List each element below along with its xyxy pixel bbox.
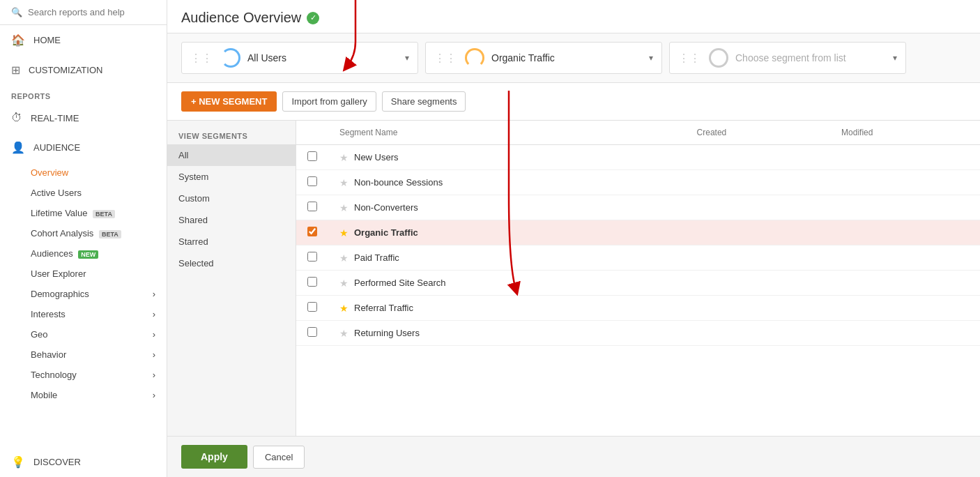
cancel-button[interactable]: Cancel (253, 446, 305, 469)
sidebar-item-discover[interactable]: 💡 DISCOVER (0, 447, 167, 477)
row-modified-performed-site-search (830, 271, 980, 296)
seg-nav-custom[interactable]: Custom (167, 188, 296, 209)
table-row: ★Non-bounce Sessions (296, 170, 980, 195)
row-label-non-converters: Non-Converters (354, 202, 418, 213)
drag-handle-2: ⋮⋮ (434, 52, 457, 65)
row-created-organic-traffic (686, 220, 831, 245)
row-checkbox-referral-traffic[interactable] (307, 302, 317, 312)
table-row: ★New Users (296, 145, 980, 170)
sidebar-expandable-behavior[interactable]: Behavior › (0, 344, 167, 365)
row-created-new-users (686, 145, 831, 170)
search-icon: 🔍 (11, 7, 22, 17)
bottom-bar: Apply Cancel (167, 436, 980, 477)
sidebar-expandable-demographics[interactable]: Demographics › (0, 284, 167, 304)
chevron-right-icon: › (153, 289, 155, 299)
star-icon-non-bounce[interactable]: ★ (339, 177, 349, 188)
segment-icon-2 (465, 48, 484, 68)
row-checkbox-non-bounce[interactable] (307, 176, 317, 186)
sidebar-item-audience[interactable]: 👤 AUDIENCE (0, 132, 167, 162)
row-modified-referral-traffic (830, 296, 980, 321)
search-bar[interactable]: 🔍 Search reports and help (0, 0, 167, 25)
row-modified-non-converters (830, 195, 980, 220)
seg-nav-selected-label: Selected (178, 258, 214, 268)
lifetime-value-label: Lifetime Value (31, 208, 87, 218)
drag-handle-3: ⋮⋮ (678, 52, 700, 65)
sidebar-item-customization[interactable]: ⊞ CUSTOMIZATION (0, 55, 167, 85)
segment-list-nav: VIEW SEGMENTS All System Custom Shared S… (167, 121, 296, 436)
row-checkbox-performed-site-search[interactable] (307, 277, 317, 287)
segment-label-1: All Users (247, 52, 398, 63)
col-modified: Modified (830, 121, 980, 145)
row-modified-returning-users (830, 321, 980, 346)
page-title: Audience Overview ✓ (181, 10, 966, 26)
import-from-gallery-button[interactable]: Import from gallery (282, 91, 376, 112)
segment-selector-1[interactable]: ⋮⋮ All Users ▾ (181, 42, 418, 74)
row-created-paid-traffic (686, 245, 831, 271)
sidebar-sub-item-audiences[interactable]: Audiences NEW (0, 243, 167, 264)
row-label-referral-traffic: Referral Traffic (354, 303, 413, 313)
main-content: Audience Overview ✓ ⋮⋮ All Users ▾ ⋮⋮ Or… (167, 0, 980, 477)
sidebar-sub-item-lifetime-value[interactable]: Lifetime Value BETA (0, 203, 167, 223)
star-icon-organic-traffic[interactable]: ★ (339, 227, 349, 238)
segment-selector-2[interactable]: ⋮⋮ Organic Traffic ▾ (425, 42, 662, 74)
sidebar-sub-item-user-explorer[interactable]: User Explorer (0, 264, 167, 284)
sidebar-expandable-technology[interactable]: Technology › (0, 365, 167, 385)
sidebar-expandable-mobile[interactable]: Mobile › (0, 385, 167, 405)
geo-label: Geo (31, 329, 48, 340)
table-row: ★Organic Traffic (296, 220, 980, 245)
row-checkbox-organic-traffic[interactable] (307, 227, 317, 236)
row-label-paid-traffic: Paid Traffic (354, 252, 399, 263)
row-label-new-users: New Users (354, 152, 399, 162)
beta-badge-cohort: BETA (99, 230, 121, 238)
segment-table: Segment Name Created Modified ★New Users… (296, 121, 980, 346)
chevron-right-icon-interests: › (153, 309, 155, 319)
row-created-non-converters (686, 195, 831, 220)
row-label-organic-traffic[interactable]: Organic Traffic (354, 227, 418, 238)
star-icon-referral-traffic[interactable]: ★ (339, 303, 349, 314)
table-row: ★Performed Site Search (296, 271, 980, 296)
sidebar-expandable-geo[interactable]: Geo › (0, 324, 167, 344)
segment-selector-3[interactable]: ⋮⋮ Choose segment from list ▾ (669, 42, 906, 74)
sidebar-sub-item-active-users[interactable]: Active Users (0, 183, 167, 203)
behavior-label: Behavior (31, 349, 66, 360)
row-label-returning-users: Returning Users (354, 328, 420, 338)
segment-icon-3 (709, 48, 728, 68)
sidebar-item-home[interactable]: 🏠 HOME (0, 25, 167, 55)
sidebar-expandable-interests[interactable]: Interests › (0, 304, 167, 324)
row-checkbox-returning-users[interactable] (307, 327, 317, 337)
sidebar-sub-item-cohort[interactable]: Cohort Analysis BETA (0, 223, 167, 243)
star-icon-new-users[interactable]: ★ (339, 152, 349, 163)
chevron-right-icon-mobile: › (153, 390, 155, 400)
sidebar-home-label: HOME (33, 35, 61, 45)
table-row: ★Paid Traffic (296, 245, 980, 271)
apply-button[interactable]: Apply (181, 445, 247, 469)
new-segment-button[interactable]: + NEW SEGMENT (181, 91, 277, 112)
new-badge-audiences: NEW (78, 250, 98, 259)
seg-nav-starred[interactable]: Starred (167, 231, 296, 252)
row-checkbox-new-users[interactable] (307, 151, 317, 161)
star-icon-performed-site-search[interactable]: ★ (339, 278, 349, 289)
segment-table-wrap: Segment Name Created Modified ★New Users… (296, 121, 980, 436)
col-created: Created (686, 121, 831, 145)
star-icon-paid-traffic[interactable]: ★ (339, 252, 349, 264)
seg-nav-system[interactable]: System (167, 166, 296, 188)
seg-nav-starred-label: Starred (178, 236, 208, 247)
star-icon-non-converters[interactable]: ★ (339, 202, 349, 213)
star-icon-returning-users[interactable]: ★ (339, 328, 349, 339)
sidebar-sub-item-overview[interactable]: Overview (0, 162, 167, 183)
row-checkbox-non-converters[interactable] (307, 202, 317, 211)
chevron-down-icon-2: ▾ (649, 53, 653, 63)
seg-nav-system-label: System (178, 172, 208, 182)
seg-nav-selected[interactable]: Selected (167, 252, 296, 274)
active-users-label: Active Users (31, 188, 82, 198)
overview-label: Overview (31, 167, 68, 178)
seg-nav-shared[interactable]: Shared (167, 209, 296, 231)
audiences-label: Audiences (31, 248, 73, 259)
page-title-text: Audience Overview (181, 10, 301, 26)
seg-nav-all[interactable]: All (167, 144, 296, 166)
home-icon: 🏠 (11, 33, 25, 47)
table-row: ★Non-Converters (296, 195, 980, 220)
row-checkbox-paid-traffic[interactable] (307, 252, 317, 262)
share-segments-button[interactable]: Share segments (382, 91, 466, 112)
sidebar-item-realtime[interactable]: ⏱ REAL-TIME (0, 103, 167, 132)
